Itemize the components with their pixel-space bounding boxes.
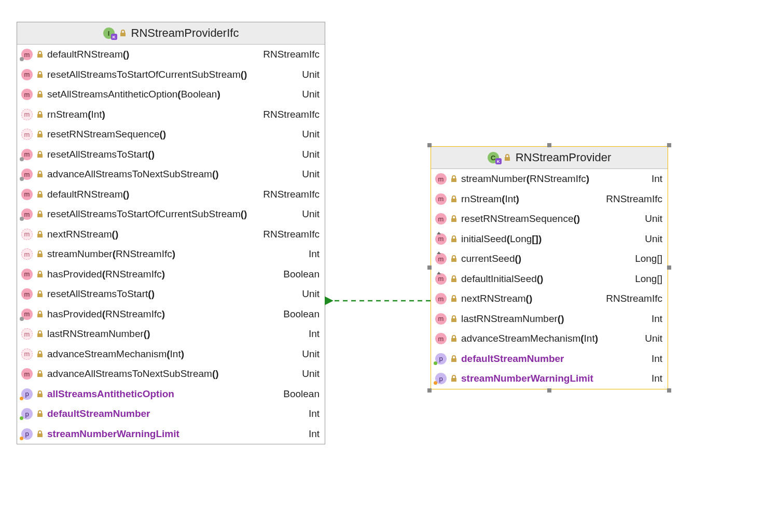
lock-icon xyxy=(450,355,458,363)
member-row[interactable]: mstreamNumber(RNStreamIfc)Int xyxy=(431,169,668,189)
member-row[interactable]: madvanceAllStreamsToNextSubStream()Unit xyxy=(17,164,325,185)
property-icon: p xyxy=(435,373,447,384)
method-icon: m xyxy=(21,309,33,320)
lock-icon xyxy=(450,195,458,203)
selection-handle[interactable] xyxy=(427,265,432,270)
lock-icon xyxy=(36,210,44,218)
member-signature: streamNumber(RNStreamIfc) xyxy=(461,172,642,187)
member-return-type: RNStreamIfc xyxy=(263,187,320,202)
selection-handle[interactable] xyxy=(427,143,432,147)
member-row[interactable]: mnextRNStream()RNStreamIfc xyxy=(431,289,668,309)
member-row[interactable]: madvanceStreamMechanism(Int)Unit xyxy=(431,329,668,349)
member-return-type: Int xyxy=(652,371,662,386)
method-icon: m xyxy=(21,129,33,140)
selection-handle[interactable] xyxy=(427,388,432,393)
member-signature: resetRNStreamSequence() xyxy=(461,212,635,227)
method-icon: m xyxy=(435,193,447,205)
member-signature: defaultInitialSeed() xyxy=(461,272,626,287)
selection-handle[interactable] xyxy=(667,388,671,393)
method-icon: m xyxy=(21,149,33,160)
method-icon: m xyxy=(21,348,33,360)
member-row[interactable]: pstreamNumberWarningLimitInt xyxy=(431,369,668,389)
lock-icon xyxy=(450,374,458,383)
member-row[interactable]: pallStreamsAntitheticOptionBoolean xyxy=(17,384,325,404)
member-row[interactable]: mresetAllStreamsToStartOfCurrentSubStrea… xyxy=(17,204,325,225)
lock-icon xyxy=(36,350,44,358)
member-row[interactable]: mlastRNStreamNumber()Int xyxy=(17,324,325,344)
member-row[interactable]: mhasProvided(RNStreamIfc)Boolean xyxy=(17,264,325,285)
method-icon: m xyxy=(435,233,447,245)
member-return-type: RNStreamIfc xyxy=(263,107,320,122)
member-return-type: Unit xyxy=(302,87,320,102)
method-icon: m xyxy=(21,189,33,200)
lock-icon xyxy=(36,310,44,318)
member-signature: defaultRNStream() xyxy=(47,47,254,62)
member-signature: defaultRNStream() xyxy=(47,187,254,202)
method-icon: m xyxy=(435,333,447,344)
method-icon: m xyxy=(21,248,33,260)
member-return-type: Boolean xyxy=(283,267,320,282)
member-row[interactable]: mrnStream(Int)RNStreamIfc xyxy=(431,189,668,209)
member-row[interactable]: mrnStream(Int)RNStreamIfc xyxy=(17,105,325,125)
member-signature: initialSeed(Long[]) xyxy=(461,232,635,247)
member-row[interactable]: mdefaultRNStream()RNStreamIfc xyxy=(17,185,325,205)
member-return-type: Unit xyxy=(302,147,320,162)
member-row[interactable]: mcurrentSeed()Long[] xyxy=(431,249,668,269)
lock-icon xyxy=(450,315,458,323)
selection-handle[interactable] xyxy=(667,265,671,270)
member-signature: streamNumber(RNStreamIfc) xyxy=(47,247,299,262)
selection-handle[interactable] xyxy=(547,388,551,393)
lock-icon xyxy=(450,334,458,343)
selection-handle[interactable] xyxy=(547,143,551,147)
member-return-type: RNStreamIfc xyxy=(263,227,320,242)
member-row[interactable]: mnextRNStream()RNStreamIfc xyxy=(17,225,325,245)
member-return-type: Int xyxy=(652,352,662,367)
member-row[interactable]: mhasProvided(RNStreamIfc)Boolean xyxy=(17,304,325,325)
member-row[interactable]: mresetAllStreamsToStart()Unit xyxy=(17,284,325,304)
member-row[interactable]: mresetAllStreamsToStartOfCurrentSubStrea… xyxy=(17,65,325,85)
member-signature: defaultStreamNumber xyxy=(47,407,299,422)
class-box-ifc[interactable]: I K RNStreamProviderIfc mdefaultRNStream… xyxy=(17,22,325,444)
member-signature: streamNumberWarningLimit xyxy=(461,371,642,386)
member-row[interactable]: pstreamNumberWarningLimitInt xyxy=(17,424,325,444)
lock-icon xyxy=(36,90,44,99)
method-icon: m xyxy=(21,69,33,80)
member-row[interactable]: madvanceStreamMechanism(Int)Unit xyxy=(17,344,325,365)
member-row[interactable]: mdefaultInitialSeed()Long[] xyxy=(431,269,668,289)
realization-arrow xyxy=(325,290,432,311)
class-title: RNStreamProviderIfc xyxy=(131,26,239,40)
member-return-type: Boolean xyxy=(283,387,320,402)
member-row[interactable]: mresetRNStreamSequence()Unit xyxy=(431,209,668,229)
method-icon: m xyxy=(435,173,447,185)
member-return-type: Unit xyxy=(302,347,320,362)
member-row[interactable]: minitialSeed(Long[])Unit xyxy=(431,229,668,249)
member-row[interactable]: madvanceAllStreamsToNextSubStream()Unit xyxy=(17,364,325,384)
member-row[interactable]: msetAllStreamsAntitheticOption(Boolean)U… xyxy=(17,85,325,105)
member-return-type: Int xyxy=(309,427,320,442)
member-row[interactable]: mresetRNStreamSequence()Unit xyxy=(17,124,325,145)
member-signature: currentSeed() xyxy=(461,251,626,267)
member-signature: advanceStreamMechanism(Int) xyxy=(461,331,635,346)
property-icon: p xyxy=(21,408,33,419)
member-row[interactable]: mdefaultRNStream()RNStreamIfc xyxy=(17,45,325,65)
member-row[interactable]: mlastRNStreamNumber()Int xyxy=(431,309,668,329)
member-return-type: Long[] xyxy=(635,272,662,287)
member-signature: hasProvided(RNStreamIfc) xyxy=(47,267,274,282)
method-icon: m xyxy=(21,169,33,180)
method-icon: m xyxy=(21,49,33,60)
member-return-type: Unit xyxy=(302,207,320,222)
member-row[interactable]: pdefaultStreamNumberInt xyxy=(431,349,668,369)
class-icon: C K xyxy=(488,152,499,163)
lock-icon xyxy=(36,50,44,59)
lock-icon xyxy=(36,190,44,199)
lock-icon xyxy=(450,255,458,263)
member-row[interactable]: mresetAllStreamsToStart()Unit xyxy=(17,145,325,165)
member-row[interactable]: mstreamNumber(RNStreamIfc)Int xyxy=(17,244,325,264)
lock-icon xyxy=(36,71,44,79)
class-box-provider[interactable]: C K RNStreamProvider mstreamNumber(RNStr… xyxy=(431,146,668,389)
member-row[interactable]: pdefaultStreamNumberInt xyxy=(17,404,325,424)
lock-icon xyxy=(450,295,458,303)
selection-handle[interactable] xyxy=(667,143,671,147)
member-signature: setAllStreamsAntitheticOption(Boolean) xyxy=(47,87,293,102)
member-return-type: Unit xyxy=(302,287,320,302)
